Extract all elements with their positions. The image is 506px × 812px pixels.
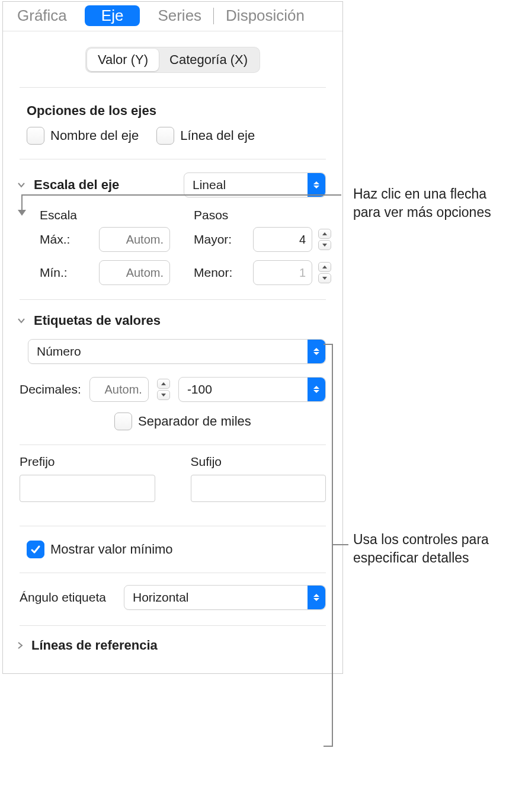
tab-bar: Gráfica Eje Series Disposición	[3, 2, 342, 31]
popup-arrows-icon	[308, 340, 325, 363]
checkbox-icon	[27, 127, 44, 145]
scale-steps-row: Escala Máx.: Mín.: Pasos Mayor: Meno	[3, 208, 342, 293]
checkbox-axis-line[interactable]: Línea del eje	[156, 127, 255, 145]
prefix-suffix-row: Prefijo Sufijo	[3, 445, 342, 502]
steps-heading: Pasos	[194, 208, 331, 222]
scale-heading: Escala	[40, 208, 170, 222]
callout-mid: Usa los controles para especificar detal…	[353, 530, 501, 567]
reference-lines-header: Líneas de referencia	[3, 626, 342, 656]
checkbox-show-min[interactable]: Mostrar valor mínimo	[27, 541, 173, 558]
tab-axis[interactable]: Eje	[85, 5, 140, 26]
label-angle-row: Ángulo etiqueta Horizontal	[3, 573, 342, 625]
value-labels-header: Etiquetas de valores	[3, 300, 342, 334]
thousands-label: Separador de miles	[138, 414, 251, 429]
tab-divider	[213, 8, 214, 24]
decimals-input[interactable]	[89, 377, 149, 402]
value-format-popup[interactable]: Número	[28, 339, 326, 364]
tab-layout[interactable]: Disposición	[220, 5, 310, 26]
popup-arrows-icon	[308, 378, 325, 401]
chevron-down-icon[interactable]	[16, 180, 27, 190]
value-labels-title: Etiquetas de valores	[34, 313, 161, 328]
bracket-line	[332, 344, 333, 747]
prefix-label: Prefijo	[20, 455, 155, 469]
stepper-up-icon[interactable]	[318, 229, 331, 239]
stepper-down-icon[interactable]	[318, 273, 331, 283]
max-label: Máx.:	[40, 232, 93, 247]
checkbox-icon	[114, 413, 132, 430]
decimals-row: Decimales: -100	[3, 364, 342, 402]
axis-line-label: Línea del eje	[180, 128, 255, 143]
minor-label: Menor:	[194, 266, 247, 280]
axis-scale-header: Escala del eje Lineal	[3, 159, 342, 203]
max-input[interactable]	[99, 227, 170, 252]
minor-stepper[interactable]	[318, 262, 331, 283]
prefix-input[interactable]	[20, 475, 155, 502]
stepper-down-icon[interactable]	[318, 240, 331, 250]
suffix-input[interactable]	[191, 475, 326, 502]
tab-series[interactable]: Series	[152, 5, 207, 26]
checkbox-icon	[156, 127, 174, 145]
segment-category-x[interactable]: Categoría (X)	[159, 49, 258, 71]
callout-line	[21, 194, 341, 196]
min-label: Mín.:	[40, 266, 93, 280]
axis-segmented: Valor (Y) Categoría (X)	[85, 47, 260, 73]
angle-label: Ángulo etiqueta	[20, 590, 106, 605]
thousands-row: Separador de miles	[3, 402, 342, 445]
tab-chart[interactable]: Gráfica	[11, 5, 73, 26]
axis-name-label: Nombre del eje	[50, 128, 139, 143]
negative-format-value: -100	[187, 382, 212, 397]
stepper-down-icon[interactable]	[157, 390, 170, 400]
format-panel: Gráfica Eje Series Disposición Valor (Y)…	[2, 1, 343, 674]
show-min-label: Mostrar valor mínimo	[50, 542, 173, 557]
axis-scale-title: Escala del eje	[34, 177, 119, 193]
scale-type-popup[interactable]: Lineal	[184, 172, 326, 197]
callout-line	[332, 544, 348, 545]
min-input[interactable]	[99, 260, 170, 285]
scale-type-value: Lineal	[193, 178, 226, 192]
decimals-label: Decimales:	[20, 382, 81, 397]
suffix-label: Sufijo	[191, 455, 326, 469]
value-format-value: Número	[37, 344, 81, 359]
angle-popup[interactable]: Horizontal	[124, 585, 326, 610]
minor-input[interactable]	[253, 260, 312, 285]
arrowhead-icon	[18, 210, 26, 216]
chevron-right-icon[interactable]	[16, 638, 24, 653]
decimals-stepper[interactable]	[157, 379, 170, 400]
stepper-up-icon[interactable]	[318, 262, 331, 272]
callout-line	[21, 194, 23, 211]
checkbox-checked-icon	[27, 541, 44, 558]
stepper-up-icon[interactable]	[157, 379, 170, 389]
popup-arrows-icon	[308, 586, 325, 609]
callout-top: Haz clic en una flecha para ver más opci…	[353, 185, 498, 222]
angle-value: Horizontal	[133, 590, 189, 605]
chevron-down-icon[interactable]	[16, 315, 27, 326]
major-stepper[interactable]	[318, 229, 331, 250]
axis-options-title: Opciones de los ejes	[3, 88, 342, 127]
checkbox-axis-name[interactable]: Nombre del eje	[27, 127, 139, 145]
major-label: Mayor:	[194, 232, 247, 247]
axis-segment-wrap: Valor (Y) Categoría (X)	[20, 31, 326, 88]
reference-lines-title: Líneas de referencia	[31, 638, 158, 653]
popup-arrows-icon	[308, 173, 325, 197]
negative-format-popup[interactable]: -100	[178, 377, 326, 402]
major-input[interactable]	[253, 227, 312, 252]
segment-value-y[interactable]: Valor (Y)	[87, 49, 159, 71]
checkbox-thousands[interactable]: Separador de miles	[114, 413, 251, 430]
show-min-row: Mostrar valor mínimo	[3, 526, 342, 573]
